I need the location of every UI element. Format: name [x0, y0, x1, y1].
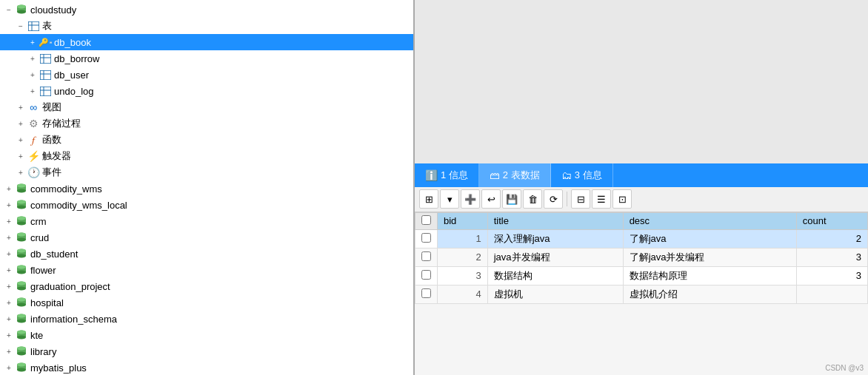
row-checkbox-cell	[415, 248, 438, 266]
toolbar-btn-btn-save[interactable]: 💾	[502, 189, 521, 209]
tree-label-information_schema: information_schema	[30, 314, 117, 325]
toolbar-btn-btn-expand[interactable]: ⊡	[612, 189, 632, 209]
expander-hospital[interactable]: +	[3, 297, 15, 308]
row-checkbox[interactable]	[421, 251, 431, 261]
tree-item-crm[interactable]: + crm	[0, 213, 413, 229]
table-row[interactable]: 2java并发编程了解java并发编程3	[415, 248, 868, 266]
tree-item-library[interactable]: + library	[0, 343, 413, 359]
tab-tab-info1[interactable]: ℹ️ 1 信息	[415, 163, 479, 187]
tree-item-db_borrow[interactable]: + db_borrow	[0, 50, 413, 67]
tree-item-events_group[interactable]: + 🕐 事件	[0, 164, 413, 180]
tree-item-undo_log[interactable]: + undo_log	[0, 83, 413, 99]
row-checkbox[interactable]	[421, 288, 431, 298]
svg-point-62	[17, 347, 26, 351]
tab-tab-tabledata[interactable]: 🗃 2 表数据	[479, 163, 551, 187]
tree-label-triggers_group: 触发器	[42, 149, 71, 163]
header-checkbox[interactable]	[421, 215, 431, 225]
expander-cloudstudy[interactable]: −	[3, 4, 15, 16]
tool-icon-btn-save: 💾	[506, 194, 518, 205]
tree-item-db_user[interactable]: + db_user	[0, 67, 413, 83]
row-checkbox[interactable]	[421, 233, 431, 243]
svg-point-38	[17, 249, 26, 253]
tree-item-hospital[interactable]: + hospital	[0, 294, 413, 311]
tree-item-graduation_project[interactable]: + graduation_project	[0, 278, 413, 294]
tree-item-funcs_group[interactable]: + 𝑓 函数	[0, 132, 413, 148]
row-checkbox-cell	[415, 229, 438, 248]
expander-procs_group[interactable]: +	[15, 118, 27, 129]
tree-item-views_group[interactable]: + ∞ 视图	[0, 99, 413, 115]
expander-commodity_wms_local[interactable]: +	[3, 199, 15, 211]
tree-item-commodity_wms[interactable]: + commodity_wms	[0, 180, 413, 197]
tree-item-db_student[interactable]: + db_student	[0, 246, 413, 262]
table-row[interactable]: 1深入理解java了解java2	[415, 229, 868, 248]
table-row[interactable]: 4虚拟机虚拟机介绍	[415, 285, 868, 303]
tree-label-procs_group: 存储过程	[42, 117, 81, 130]
svg-point-3	[17, 5, 26, 9]
expander-tables_group[interactable]: −	[15, 20, 27, 32]
svg-point-50	[17, 298, 26, 302]
expander-triggers_group[interactable]: +	[15, 150, 27, 162]
cell-title: 虚拟机	[487, 285, 623, 303]
toolbar-btn-btn-delete[interactable]: 🗑	[523, 189, 542, 209]
cell-bid: 4	[438, 285, 488, 303]
expander-kte[interactable]: +	[3, 329, 15, 341]
tree-item-cloudstudy[interactable]: − cloudstudy	[0, 1, 413, 18]
toolbar-separator	[567, 192, 567, 206]
expander-events_group[interactable]: +	[15, 166, 27, 178]
tree-item-information_schema[interactable]: + information_schema	[0, 311, 413, 327]
tree-item-db_book[interactable]: + 🔑 db_book	[0, 34, 413, 50]
tree-item-commodity_wms_local[interactable]: + commodity_wms_local	[0, 197, 413, 213]
toolbar-btn-btn-dropdown[interactable]: ▾	[440, 189, 459, 209]
cell-title: 数据结构	[487, 266, 623, 285]
tree-item-mybatis_plus[interactable]: + mybatis_plus	[0, 359, 413, 375]
toolbar-btn-btn-add[interactable]: ➕	[461, 189, 480, 209]
watermark: CSDN @v3	[825, 364, 864, 372]
svg-point-42	[17, 266, 26, 269]
expander-commodity_wms[interactable]: +	[3, 183, 15, 195]
toolbar-btn-btn-rows[interactable]: ☰	[592, 189, 611, 209]
expander-mybatis_plus[interactable]: +	[3, 362, 15, 374]
expander-views_group[interactable]: +	[15, 101, 27, 113]
tool-icon-btn-refresh: ⟳	[550, 194, 558, 205]
svg-point-41	[17, 271, 26, 274]
expander-db_borrow[interactable]: +	[27, 53, 39, 64]
tree-label-tables_group: 表	[42, 19, 52, 33]
proc-icon: ⚙	[27, 117, 40, 130]
expander-funcs_group[interactable]: +	[15, 134, 27, 146]
toolbar-btn-btn-undo[interactable]: ↩	[481, 189, 501, 209]
expander-graduation_project[interactable]: +	[3, 280, 15, 292]
row-checkbox[interactable]	[421, 270, 431, 280]
tree-item-crud[interactable]: + crud	[0, 229, 413, 246]
toolbar-btn-btn-grid[interactable]: ⊞	[419, 189, 438, 209]
svg-point-25	[17, 206, 26, 209]
expander-undo_log[interactable]: +	[27, 85, 39, 97]
data-table: bidtitledesccount 1深入理解java了解java22java并…	[415, 212, 868, 304]
db-icon	[15, 280, 28, 293]
tab-tab-info3[interactable]: 🗂 3 信息	[551, 163, 613, 187]
expander-flower[interactable]: +	[3, 264, 15, 276]
tree-item-flower[interactable]: + flower	[0, 262, 413, 278]
cell-bid: 3	[438, 266, 488, 285]
cell-desc: 了解java并发编程	[623, 248, 796, 266]
tree-item-triggers_group[interactable]: + ⚡ 触发器	[0, 148, 413, 164]
expander-db_user[interactable]: +	[27, 69, 39, 81]
tree-item-procs_group[interactable]: + ⚙ 存储过程	[0, 115, 413, 132]
trigger-icon: ⚡	[27, 149, 40, 163]
toolbar-btn-btn-refresh[interactable]: ⟳	[544, 189, 563, 209]
table-row[interactable]: 3数据结构数据结构原理3	[415, 266, 868, 285]
tool-icon-btn-undo: ↩	[487, 194, 495, 205]
tree-item-tables_group[interactable]: − 表	[0, 18, 413, 34]
expander-library[interactable]: +	[3, 345, 15, 357]
toolbar-btn-btn-cols[interactable]: ⊟	[571, 189, 590, 209]
tool-icon-btn-expand: ⊡	[618, 194, 627, 205]
expander-information_schema[interactable]: +	[3, 313, 15, 325]
expander-crm[interactable]: +	[3, 215, 15, 227]
expander-db_book[interactable]: +	[27, 36, 39, 48]
expander-db_student[interactable]: +	[3, 248, 15, 260]
db-icon	[15, 328, 28, 342]
svg-point-58	[17, 331, 26, 334]
expander-crud[interactable]: +	[3, 232, 15, 243]
row-checkbox-cell	[415, 285, 438, 303]
tree-item-kte[interactable]: + kte	[0, 327, 413, 343]
cell-title: 深入理解java	[487, 229, 623, 248]
